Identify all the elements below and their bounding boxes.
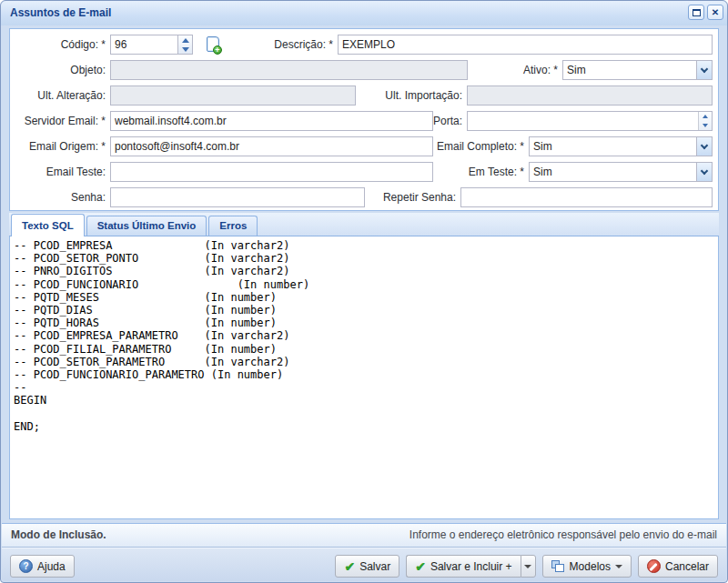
descricao-input[interactable] — [338, 35, 713, 55]
porta-spinner[interactable] — [698, 112, 712, 130]
new-document-icon: + — [207, 36, 219, 52]
em-teste-label: Em Teste: * — [424, 162, 524, 182]
email-origem-input[interactable] — [110, 136, 433, 156]
cancel-button-label: Cancelar — [665, 560, 709, 573]
ult-importacao-label: Ult. Importação: — [365, 85, 462, 106]
tab-status-ultimo-envio[interactable]: Status Último Envio — [86, 216, 207, 236]
spinner-down-icon[interactable] — [699, 121, 712, 130]
new-record-button[interactable]: + — [202, 34, 224, 55]
check-icon: ✔ — [415, 560, 426, 573]
codigo-spinner[interactable] — [177, 35, 193, 55]
save-button[interactable]: ✔ Salvar — [335, 555, 399, 578]
save-and-new-button-label: Salvar e Incluir + — [430, 560, 512, 573]
servidor-email-label: Servidor Email: * — [15, 111, 106, 131]
save-and-new-dropdown-arrow[interactable] — [521, 555, 536, 578]
status-hint-text: Informe o endereço eletrônico responsáve… — [410, 524, 717, 547]
spinner-up-icon[interactable] — [178, 35, 192, 45]
tab-strip: Texto SQL Status Último Envio Erros — [9, 213, 719, 236]
templates-icon — [551, 560, 565, 573]
models-button[interactable]: Modelos — [542, 555, 632, 578]
save-button-label: Salvar — [359, 560, 390, 573]
em-teste-combo[interactable] — [529, 162, 713, 182]
descricao-label: Descrição: * — [242, 35, 333, 55]
sql-editor-panel: -- PCOD_EMPRESA (In varchar2) -- PCOD_SE… — [9, 236, 719, 519]
help-icon: ? — [19, 559, 33, 573]
window-controls: ✕ — [688, 5, 723, 20]
footer-button-group: ✔ Salvar ✔ Salvar e Incluir + Modelos — [335, 555, 718, 578]
cancel-icon — [647, 559, 661, 573]
email-origem-label: Email Origem: * — [15, 136, 106, 156]
spinner-up-icon[interactable] — [699, 112, 712, 121]
plus-badge-icon: + — [213, 45, 222, 55]
save-and-new-button[interactable]: ✔ Salvar e Incluir + — [406, 555, 520, 578]
objeto-label: Objeto: — [15, 60, 106, 80]
email-completo-label: Email Completo: * — [424, 136, 524, 156]
em-teste-combo-input[interactable] — [530, 163, 696, 181]
close-icon: ✕ — [712, 8, 719, 17]
repetir-senha-label: Repetir Senha: — [356, 187, 456, 207]
email-completo-combo-trigger[interactable] — [696, 137, 712, 156]
email-teste-label: Email Teste: — [15, 162, 106, 182]
porta-label: Porta: — [365, 111, 462, 131]
dialog-window: Assuntos de E-mail ✕ Código: * + Descriç… — [0, 0, 728, 583]
email-form-panel: Código: * + Descrição: * Objeto: Ativo: … — [9, 28, 719, 211]
caret-down-icon — [615, 565, 622, 568]
ativo-label: Ativo: * — [467, 60, 558, 80]
spinner-down-icon[interactable] — [178, 45, 192, 54]
cancel-button[interactable]: Cancelar — [638, 555, 718, 578]
senha-label: Senha: — [15, 187, 106, 207]
ult-alteracao-label: Ult. Alteração: — [15, 85, 106, 106]
window-titlebar[interactable]: Assuntos de E-mail ✕ — [1, 1, 727, 25]
objeto-input — [110, 60, 468, 80]
status-mode-text: Modo de Inclusão. — [11, 524, 106, 547]
sql-text[interactable]: -- PCOD_EMPRESA (In varchar2) -- PCOD_SE… — [14, 239, 718, 433]
chevron-down-icon — [701, 166, 708, 174]
maximize-icon — [693, 9, 701, 16]
tab-erros[interactable]: Erros — [208, 216, 258, 236]
save-and-new-splitbutton: ✔ Salvar e Incluir + — [406, 555, 535, 578]
ativo-combo[interactable] — [562, 60, 713, 80]
window-title: Assuntos de E-mail — [10, 6, 111, 19]
chevron-down-icon — [701, 141, 708, 148]
em-teste-combo-trigger[interactable] — [696, 163, 712, 181]
tab-texto-sql[interactable]: Texto SQL — [11, 214, 85, 236]
models-button-label: Modelos — [570, 560, 611, 573]
email-completo-combo-input[interactable] — [530, 137, 696, 156]
email-completo-combo[interactable] — [529, 136, 713, 156]
codigo-input[interactable] — [110, 35, 178, 55]
status-bar: Modo de Inclusão. Informe o endereço ele… — [2, 523, 726, 548]
email-teste-input[interactable] — [110, 162, 433, 182]
senha-input[interactable] — [110, 187, 365, 207]
ult-alteracao-input — [110, 85, 356, 106]
ativo-combo-trigger[interactable] — [696, 61, 712, 79]
ativo-combo-input[interactable] — [563, 61, 696, 79]
check-icon: ✔ — [344, 560, 355, 573]
ult-importacao-input — [467, 85, 713, 106]
porta-input[interactable] — [468, 112, 696, 130]
maximize-button[interactable] — [688, 5, 704, 20]
footer-toolbar: ? Ajuda ✔ Salvar ✔ Salvar e Incluir + — [2, 548, 726, 581]
close-button[interactable]: ✕ — [707, 5, 723, 20]
repetir-senha-input[interactable] — [460, 187, 713, 207]
help-button[interactable]: ? Ajuda — [10, 555, 75, 578]
help-button-label: Ajuda — [37, 560, 66, 573]
caret-down-icon — [524, 565, 531, 568]
codigo-label: Código: * — [15, 35, 106, 55]
porta-field[interactable] — [467, 111, 713, 131]
chevron-down-icon — [701, 65, 708, 72]
